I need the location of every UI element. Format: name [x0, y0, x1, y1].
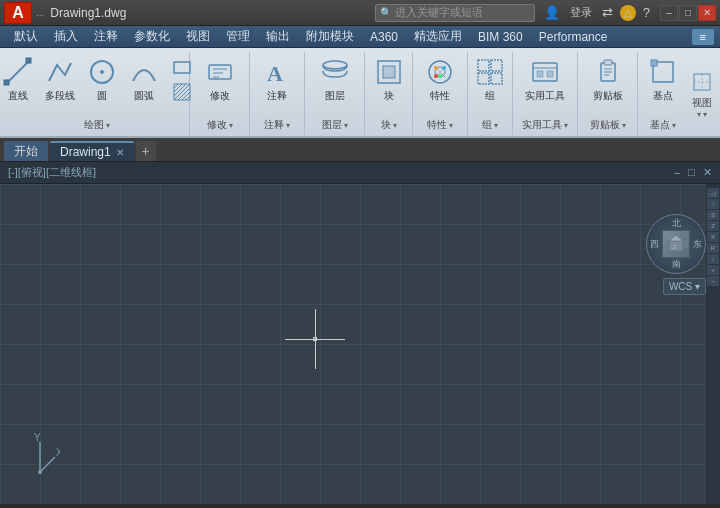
circle-tool[interactable]: 圆 [82, 54, 122, 105]
svg-rect-14 [209, 65, 231, 79]
ribbon-group-draw: 直线 多段线 [4, 52, 190, 136]
menu-annotate[interactable]: 注释 [86, 26, 126, 47]
svg-point-19 [323, 61, 347, 69]
view-tool[interactable] [688, 70, 716, 94]
polyline-tool[interactable]: 多段线 [40, 54, 80, 105]
svg-marker-47 [669, 235, 683, 241]
annotate-tool[interactable]: A 注释 [257, 54, 297, 105]
utilities-tool[interactable]: 实用工具 [521, 54, 569, 105]
group-group-label[interactable]: 组 ▾ [472, 118, 508, 134]
tab-close-btn[interactable]: ✕ [116, 147, 124, 158]
ribbon-group-basepoint: 基点 基点 ▾ [638, 52, 688, 136]
block-group-label[interactable]: 块 ▾ [369, 118, 408, 134]
arc-label: 圆弧 [134, 89, 154, 103]
tab-add-btn[interactable]: + [136, 141, 156, 161]
menu-performance[interactable]: Performance [531, 28, 616, 46]
menu-view[interactable]: 视图 [178, 26, 218, 47]
utilities-group-label[interactable]: 实用工具 ▾ [517, 118, 573, 134]
compass-north: 北 [672, 217, 681, 230]
basepoint-group-label[interactable]: 基点 ▾ [642, 118, 684, 134]
toolbar-btn-6[interactable]: R [707, 243, 719, 253]
toolbar-btn-5[interactable]: X [707, 232, 719, 242]
help-icon[interactable]: ? [640, 5, 653, 20]
properties-group-label[interactable]: 特性 ▾ [417, 118, 463, 134]
canvas-header-label: [-][俯视][二维线框] [8, 165, 96, 180]
user-icon[interactable]: 👤 [541, 5, 563, 20]
canvas-header-right: – □ ✕ [674, 166, 712, 179]
info-icon[interactable]: △ [620, 5, 636, 21]
search-input[interactable]: 🔍 进入关键字或短语 [375, 4, 535, 22]
y-axis-label: Y [34, 432, 41, 443]
title-bar: A ... Drawing1.dwg 🔍 进入关键字或短语 👤 登录 ⇄ △ ?… [0, 0, 720, 26]
svg-line-7 [174, 84, 178, 88]
menu-collapse-btn[interactable]: ≡ [692, 29, 714, 45]
svg-line-8 [174, 84, 182, 92]
tab-drawing1[interactable]: Drawing1 ✕ [50, 141, 134, 161]
minimize-btn[interactable]: – [660, 5, 678, 21]
menu-bim360[interactable]: BIM 360 [470, 28, 531, 46]
block-label: 块 [384, 89, 394, 103]
clipboard-tool[interactable]: 剪贴板 [588, 54, 628, 105]
canvas-area[interactable]: [-][俯视][二维线框] – □ ✕ 北 南 东 西 [0, 162, 720, 504]
grid-canvas[interactable]: 北 南 东 西 上 WCS ▾ ◁ ○ S [0, 184, 720, 504]
modify-group-label[interactable]: 修改 ▾ [194, 118, 245, 134]
menu-manage[interactable]: 管理 [218, 26, 258, 47]
login-btn[interactable]: 登录 [567, 5, 595, 20]
properties-icon [424, 56, 456, 88]
exchange-icon[interactable]: ⇄ [599, 5, 616, 20]
clipboard-group-label[interactable]: 剪贴板 ▾ [582, 118, 633, 134]
arc-tool[interactable]: 圆弧 [124, 54, 164, 105]
right-toolbar: ◁ ○ S Z X R ↕ + – [706, 184, 720, 504]
layer-tool[interactable]: 图层 [315, 54, 355, 105]
line-tool[interactable]: 直线 [0, 54, 38, 105]
draw-group-label[interactable]: 绘图 ▾ [8, 118, 185, 134]
utilities-label: 实用工具 [525, 89, 565, 103]
view-drop[interactable]: ▾ ▾ [697, 110, 707, 119]
svg-rect-34 [537, 71, 543, 77]
toolbar-btn-4[interactable]: Z [707, 221, 719, 231]
block-tool[interactable]: 块 [369, 54, 409, 105]
wcs-button[interactable]: WCS ▾ [663, 278, 706, 295]
line-label: 直线 [8, 89, 28, 103]
view-cube[interactable]: 北 南 东 西 上 [646, 214, 706, 274]
toolbar-btn-8[interactable]: + [707, 265, 719, 275]
menu-bar: 默认 插入 注释 参数化 视图 管理 输出 附加模块 A360 精选应用 BIM… [0, 26, 720, 48]
canvas-maximize-btn[interactable]: □ [688, 166, 695, 179]
canvas-minimize-btn[interactable]: – [674, 166, 680, 179]
menu-parametric[interactable]: 参数化 [126, 26, 178, 47]
svg-point-25 [442, 66, 446, 70]
basepoint-tool[interactable]: 基点 [643, 54, 683, 105]
canvas-close-btn[interactable]: ✕ [703, 166, 712, 179]
draw-tools: 直线 多段线 [0, 54, 196, 118]
close-btn[interactable]: ✕ [698, 5, 716, 21]
svg-line-0 [7, 61, 29, 83]
toolbar-btn-9[interactable]: – [707, 276, 719, 286]
modify-tool[interactable]: 修改 [200, 54, 240, 105]
toolbar-btn-1[interactable]: ◁ [707, 188, 719, 198]
wcs-label: WCS ▾ [669, 281, 700, 292]
canvas-header: [-][俯视][二维线框] – □ ✕ [0, 162, 720, 184]
layer-group-label[interactable]: 图层 ▾ [309, 118, 360, 134]
annotate-group-label[interactable]: 注释 ▾ [254, 118, 300, 134]
menu-output[interactable]: 输出 [258, 26, 298, 47]
ribbon-toolbar: 直线 多段线 [0, 48, 720, 138]
svg-rect-21 [383, 66, 395, 78]
tab-start[interactable]: 开始 [4, 141, 48, 161]
toolbar-btn-2[interactable]: ○ [707, 199, 719, 209]
layer-label: 图层 [325, 89, 345, 103]
maximize-btn[interactable]: □ [679, 5, 697, 21]
menu-a360[interactable]: A360 [362, 28, 406, 46]
menu-addons[interactable]: 附加模块 [298, 26, 362, 47]
menu-featured[interactable]: 精选应用 [406, 26, 470, 47]
menu-insert[interactable]: 插入 [46, 26, 86, 47]
svg-point-27 [434, 74, 438, 78]
properties-tool[interactable]: 特性 [420, 54, 460, 105]
menu-default[interactable]: 默认 [6, 26, 46, 47]
polyline-icon [44, 56, 76, 88]
toolbar-btn-3[interactable]: S [707, 210, 719, 220]
view-cube-center[interactable]: 上 [662, 230, 690, 258]
svg-line-50 [40, 457, 55, 472]
group-tool[interactable]: 组 [470, 54, 510, 105]
toolbar-btn-7[interactable]: ↕ [707, 254, 719, 264]
x-axis-label: X [56, 447, 60, 458]
